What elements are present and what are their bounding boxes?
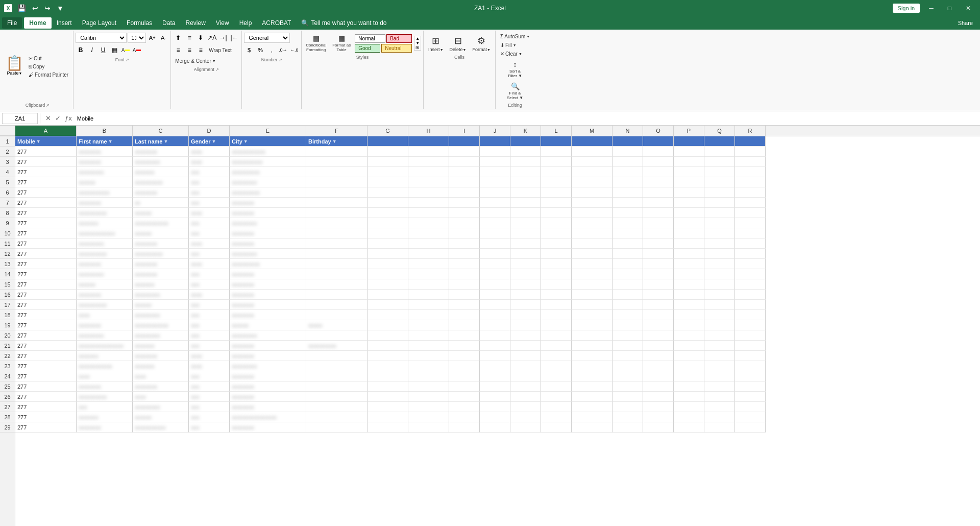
cell[interactable] <box>449 218 480 228</box>
cell[interactable]: 277 <box>15 361 77 371</box>
cell[interactable]: xxxx <box>189 290 230 300</box>
cell[interactable]: xxxxxxxx <box>230 269 306 279</box>
row-4[interactable]: 4 <box>0 167 15 177</box>
cell[interactable] <box>368 361 408 371</box>
header-cell-9[interactable] <box>480 136 510 147</box>
cell[interactable] <box>572 320 612 330</box>
cell[interactable]: 277 <box>15 269 77 279</box>
menu-help[interactable]: Help <box>234 17 257 29</box>
cell[interactable] <box>674 187 704 198</box>
cell[interactable] <box>674 208 704 218</box>
cell[interactable] <box>480 330 510 341</box>
cell[interactable] <box>408 300 449 310</box>
menu-home[interactable]: Home <box>24 17 51 29</box>
cell[interactable] <box>510 259 541 269</box>
cell[interactable] <box>704 290 735 300</box>
cell[interactable]: xxxxxxxxxx <box>230 259 306 269</box>
cell[interactable]: xxx <box>189 187 230 198</box>
cell[interactable] <box>704 300 735 310</box>
cell[interactable] <box>368 412 408 422</box>
cell[interactable] <box>572 290 612 300</box>
cell[interactable] <box>480 320 510 330</box>
col-header-k[interactable]: K <box>510 126 541 136</box>
cell[interactable] <box>541 249 572 259</box>
cell[interactable]: xxxx <box>77 310 133 320</box>
cell[interactable]: xxxxxx <box>133 208 189 218</box>
cell[interactable]: xxx <box>189 381 230 392</box>
cell[interactable]: 277 <box>15 147 77 157</box>
cell[interactable] <box>704 147 735 157</box>
paste-button[interactable]: 📋 Paste ▼ <box>4 55 25 77</box>
cell[interactable] <box>572 300 612 310</box>
align-left-button[interactable]: ≡ <box>173 45 183 55</box>
cell[interactable] <box>449 147 480 157</box>
cell[interactable]: xxx <box>189 177 230 187</box>
cell[interactable] <box>368 341 408 351</box>
cell[interactable] <box>368 177 408 187</box>
cell[interactable] <box>510 279 541 290</box>
cell[interactable]: xxxx <box>189 259 230 269</box>
cell[interactable] <box>306 371 368 381</box>
cell[interactable] <box>541 187 572 198</box>
cell[interactable] <box>449 310 480 320</box>
cell[interactable]: xxxxxxx <box>133 279 189 290</box>
cell[interactable] <box>572 351 612 361</box>
cell[interactable] <box>306 177 368 187</box>
cell[interactable] <box>408 381 449 392</box>
cell[interactable] <box>735 320 766 330</box>
confirm-formula-button[interactable]: ✓ <box>54 114 62 122</box>
decrease-decimal-button[interactable]: ←.0 <box>289 45 299 55</box>
cell[interactable]: xxxx <box>189 351 230 361</box>
cell[interactable]: xxxxxxx <box>77 218 133 228</box>
cell[interactable] <box>541 381 572 392</box>
cell[interactable] <box>541 392 572 402</box>
cell[interactable] <box>449 198 480 208</box>
cell[interactable] <box>674 310 704 320</box>
cell[interactable] <box>735 412 766 422</box>
cell[interactable] <box>612 422 643 433</box>
header-cell-10[interactable] <box>510 136 541 147</box>
cell[interactable]: xxx <box>189 341 230 351</box>
cell[interactable] <box>674 381 704 392</box>
cell[interactable]: 277 <box>15 381 77 392</box>
cell[interactable] <box>643 238 674 249</box>
cell[interactable] <box>449 279 480 290</box>
cell[interactable] <box>643 371 674 381</box>
cell[interactable] <box>643 187 674 198</box>
row-12[interactable]: 12 <box>0 249 15 259</box>
cell[interactable] <box>612 412 643 422</box>
signin-button[interactable]: Sign in <box>893 4 920 13</box>
row-22[interactable]: 22 <box>0 351 15 361</box>
cell[interactable] <box>510 392 541 402</box>
cell[interactable] <box>480 167 510 177</box>
cell[interactable] <box>735 238 766 249</box>
cell[interactable] <box>541 320 572 330</box>
cell[interactable]: xxxxxx <box>133 228 189 238</box>
cell[interactable] <box>674 259 704 269</box>
col-header-a[interactable]: A <box>15 126 77 136</box>
cell[interactable] <box>704 228 735 238</box>
cell[interactable] <box>541 147 572 157</box>
cell[interactable] <box>306 412 368 422</box>
clear-button[interactable]: ✕ Clear ▼ <box>498 50 532 58</box>
cell[interactable] <box>408 361 449 371</box>
cell[interactable] <box>306 187 368 198</box>
cell[interactable]: xxxxx <box>306 320 368 330</box>
fill-color-button[interactable]: A <box>120 45 131 55</box>
menu-formulas[interactable]: Formulas <box>121 17 157 29</box>
col-header-d[interactable]: D <box>189 126 230 136</box>
cell[interactable] <box>408 351 449 361</box>
header-cell-5[interactable]: Birthday▼ <box>306 136 368 147</box>
autosum-button[interactable]: Σ AutoSum ▼ <box>498 33 532 40</box>
cell[interactable] <box>368 279 408 290</box>
cell[interactable]: xxxxxxxx <box>77 290 133 300</box>
cell[interactable]: 277 <box>15 279 77 290</box>
cell[interactable] <box>704 208 735 218</box>
minimize-button[interactable]: ─ <box>924 3 939 14</box>
cell[interactable] <box>480 300 510 310</box>
cell[interactable] <box>643 402 674 412</box>
cell[interactable] <box>612 167 643 177</box>
cell[interactable] <box>480 351 510 361</box>
cell[interactable]: xxxx <box>189 157 230 167</box>
insert-cells-button[interactable]: ⊞ Insert ▼ <box>426 34 446 54</box>
